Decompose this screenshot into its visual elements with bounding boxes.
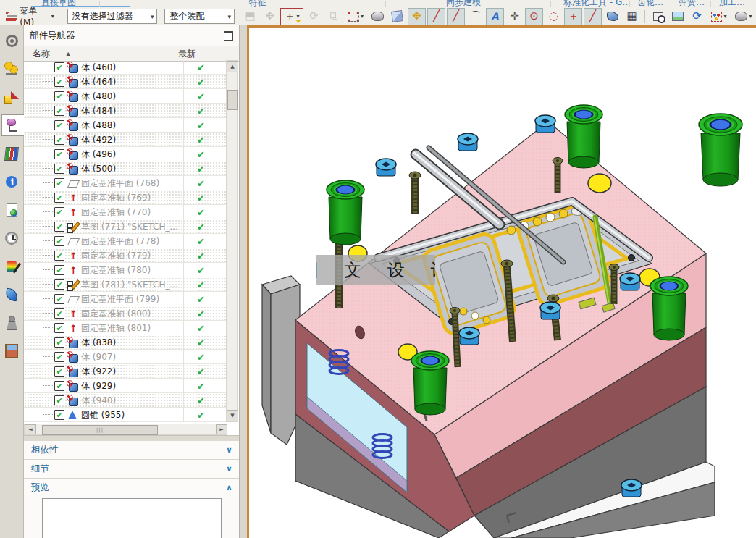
visibility-checkbox[interactable]: ✔ — [54, 279, 64, 290]
ribbon-tab-5[interactable]: 弹簧… — [679, 0, 705, 7]
select-rect-icon[interactable]: ▾ — [344, 8, 367, 25]
ribbon-tab-4[interactable]: 齿轮… — [637, 0, 663, 7]
visibility-checkbox[interactable]: ✔ — [54, 62, 64, 72]
tree-row[interactable]: ✔体 (940)✔ — [24, 393, 227, 408]
ribbon-tab-3[interactable]: 标准化工具 - G… — [563, 0, 631, 7]
visibility-checkbox[interactable]: ✔ — [54, 120, 64, 130]
tree-row[interactable]: ✔固定基准平面 (768)✔ — [24, 176, 227, 190]
rotate-component-icon[interactable]: ⟳ — [305, 8, 323, 25]
section-header-0[interactable]: 相依性∨ — [24, 441, 240, 460]
exploded-view-icon[interactable]: ⬒ — [241, 8, 259, 25]
visibility-checkbox[interactable]: ✔ — [54, 265, 64, 275]
line-icon[interactable]: ╱ — [427, 8, 445, 25]
resource-bar-button-part-navigator[interactable] — [1, 114, 25, 136]
resource-bar-button-system-scenes[interactable] — [1, 312, 22, 334]
tree-row[interactable]: ✔草图 (781) "SKETCH_...✔ — [24, 277, 227, 292]
resource-bar-button-constraint-navigator[interactable] — [1, 58, 22, 80]
mirror-assembly-icon[interactable]: ⧉ — [324, 8, 343, 25]
horizontal-scrollbar[interactable]: ◄ ||| ► — [24, 424, 227, 435]
visibility-checkbox[interactable]: ✔ — [54, 222, 64, 232]
selection-filter-combo[interactable]: 没有选择过滤器 ▾ — [67, 9, 158, 24]
scroll-left-button[interactable]: ◄ — [25, 424, 36, 434]
tree-row[interactable]: ✔体 (492)✔ — [24, 133, 227, 147]
dashed-circle-icon[interactable]: ◌ — [545, 8, 563, 25]
add-component-icon[interactable]: ＋▾ — [280, 8, 303, 25]
scroll-right-button[interactable]: ► — [216, 424, 227, 434]
resource-bar-button-assembly-navigator[interactable] — [1, 86, 22, 108]
visibility-checkbox[interactable]: ✔ — [54, 91, 64, 101]
tree-row[interactable]: ✔体 (464)✔ — [24, 75, 227, 89]
visibility-checkbox[interactable]: ✔ — [54, 352, 64, 362]
column-header-latest[interactable]: 最新 — [172, 48, 196, 60]
move-component-icon[interactable]: ✥ — [261, 8, 279, 25]
assembly-scope-combo[interactable]: 整个装配 ▾ — [164, 9, 235, 24]
tree-row[interactable]: ✔固定基准轴 (769)✔ — [24, 190, 227, 205]
art-spline-icon[interactable]: A — [486, 8, 504, 25]
tree-row[interactable]: ✔圆锥 (955)✔ — [24, 408, 227, 422]
tree-row[interactable]: ✔固定基准平面 (799)✔ — [24, 292, 227, 306]
tree-row[interactable]: ✔体 (922)✔ — [24, 364, 227, 379]
dynamic-move-icon[interactable]: ✥ — [408, 8, 426, 25]
visibility-checkbox[interactable]: ✔ — [54, 323, 64, 333]
line3-icon[interactable]: ╱ — [584, 8, 602, 25]
tree-row[interactable]: ✔固定基准轴 (780)✔ — [24, 263, 227, 277]
resource-bar-button-window[interactable] — [1, 340, 22, 362]
resource-bar-button-process-studio[interactable] — [1, 256, 22, 277]
resource-bar-button-hd3d-tools[interactable] — [1, 171, 22, 193]
visibility-checkbox[interactable]: ✔ — [54, 366, 64, 377]
ribbon-tab-1[interactable]: 特征 — [249, 0, 266, 7]
resource-bar-button-gear[interactable] — [1, 30, 22, 51]
circled-dot-icon[interactable]: ⊙ — [525, 8, 543, 25]
vertical-scrollbar[interactable]: ▲ ▼ — [226, 60, 238, 422]
visibility-checkbox[interactable]: ✔ — [54, 236, 64, 246]
tree-row[interactable]: ✔体 (496)✔ — [24, 147, 227, 161]
vertical-scroll-thumb[interactable] — [227, 90, 238, 110]
resource-bar-button-history[interactable] — [1, 227, 22, 249]
visibility-checkbox[interactable]: ✔ — [54, 106, 64, 116]
cam-solid-icon[interactable] — [369, 8, 387, 25]
ribbon-tab-6[interactable]: 加工… — [719, 0, 745, 7]
visibility-checkbox[interactable]: ✔ — [54, 308, 64, 319]
resource-panel-sash[interactable] — [240, 25, 247, 538]
visibility-checkbox[interactable]: ✔ — [54, 294, 64, 304]
refresh-icon[interactable]: ⟳ — [688, 8, 706, 25]
visibility-checkbox[interactable]: ✔ — [54, 251, 64, 261]
column-header-name[interactable]: 名称 ▲ — [24, 48, 172, 60]
resource-bar-button-web-browser[interactable] — [1, 199, 22, 221]
render-style-icon[interactable]: ▾ — [732, 8, 755, 25]
tree-row[interactable]: ✔体 (500)✔ — [24, 161, 227, 176]
tree-row[interactable]: ✔固定基准平面 (778)✔ — [24, 234, 227, 248]
visibility-checkbox[interactable]: ✔ — [54, 77, 64, 87]
studio-curve-icon[interactable]: ⌒ — [466, 8, 484, 25]
graphics-viewport[interactable]: 图 文 设 计 — [247, 25, 756, 538]
visibility-checkbox[interactable]: ✔ — [54, 149, 64, 159]
visibility-checkbox[interactable]: ✔ — [54, 381, 64, 391]
tree-row[interactable]: ✔固定基准轴 (800)✔ — [24, 306, 227, 321]
view-cube-icon[interactable] — [388, 8, 406, 25]
face-blend-icon[interactable] — [603, 8, 621, 25]
tree-row[interactable]: ✔草图 (771) "SKETCH_...✔ — [24, 219, 227, 234]
section-header-1[interactable]: 细节∨ — [24, 460, 240, 479]
visibility-checkbox[interactable]: ✔ — [54, 207, 64, 217]
visibility-checkbox[interactable]: ✔ — [54, 395, 64, 405]
visibility-checkbox[interactable]: ✔ — [54, 135, 64, 145]
perf-window-icon[interactable]: ▾ — [707, 8, 731, 25]
zoom-window-icon[interactable] — [649, 8, 667, 25]
point-plus-icon[interactable]: ＋ — [564, 8, 582, 25]
tree-row[interactable]: ✔体 (484)✔ — [24, 104, 227, 118]
resource-bar-button-reuse-library[interactable] — [1, 143, 22, 164]
tree-row[interactable]: ✔体 (838)✔ — [24, 335, 227, 350]
tree-row[interactable]: ✔固定基准轴 (770)✔ — [24, 205, 227, 219]
axis-cross-icon[interactable]: ✛ — [505, 8, 524, 25]
window-float-icon[interactable] — [224, 31, 233, 41]
tree-row[interactable]: ✔固定基准轴 (801)✔ — [24, 321, 227, 335]
visibility-checkbox[interactable]: ✔ — [54, 337, 64, 348]
line2-icon[interactable]: ╱ — [447, 8, 465, 25]
grid-table-icon[interactable]: ▦ — [623, 8, 641, 25]
tree-row[interactable]: ✔体 (480)✔ — [24, 89, 227, 104]
visibility-checkbox[interactable]: ✔ — [54, 178, 64, 188]
tree-row[interactable]: ✔体 (460)✔ — [24, 60, 227, 75]
tree-row[interactable]: ✔体 (929)✔ — [24, 379, 227, 393]
visibility-checkbox[interactable]: ✔ — [54, 410, 64, 420]
tree-row[interactable]: ✔体 (488)✔ — [24, 118, 227, 133]
